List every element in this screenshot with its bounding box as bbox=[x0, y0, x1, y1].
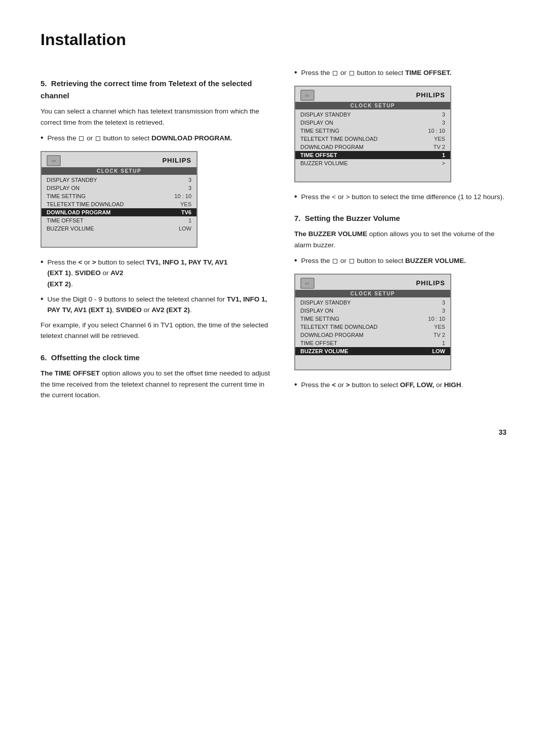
or-label-1: or bbox=[87, 134, 95, 142]
philips-screen-2: ▭ PHILIPS CLOCK SETUP DISPLAY STANDBY3DI… bbox=[294, 86, 451, 182]
or-label-r1: or bbox=[340, 69, 348, 77]
section-5-intro: You can select a channel which has telet… bbox=[41, 106, 274, 128]
buzzer-volume-label: BUZZER VOLUME. bbox=[405, 257, 466, 264]
high-label: HIGH bbox=[444, 381, 461, 389]
page-number: 33 bbox=[41, 428, 506, 436]
screen-2-header: ▭ PHILIPS bbox=[295, 87, 450, 102]
bullet-time-diff: • Press the < or > button to select the … bbox=[294, 192, 506, 203]
or-label-2: or bbox=[102, 269, 110, 277]
down-arrow-icon-r3 bbox=[349, 259, 354, 263]
or-label-3: or bbox=[143, 306, 151, 314]
bullet-buzzer-volume: • Press the or button to select BUZZER V… bbox=[294, 255, 506, 267]
section-5-heading: 5. Retrieving the correct time from Tele… bbox=[41, 78, 274, 102]
off-low-label: OFF, LOW, bbox=[400, 381, 435, 389]
philips-logo-3: PHILIPS bbox=[416, 279, 445, 287]
or-label-r4: or bbox=[436, 381, 444, 389]
screen-1-header: ▭ PHILIPS bbox=[42, 152, 197, 167]
screen-1-table: DISPLAY STANDBY3DISPLAY ON3TIME SETTING1… bbox=[42, 176, 197, 233]
time-offset-bold: The TIME OFFSET bbox=[41, 369, 100, 377]
section-6: 6. Offsetting the clock time The TIME OF… bbox=[41, 352, 274, 401]
bullet-dot-3: • bbox=[41, 295, 44, 303]
down-arrow-icon bbox=[96, 136, 100, 141]
tv-icon-3: ▭ bbox=[300, 278, 315, 289]
up-arrow-icon-r3 bbox=[333, 259, 337, 263]
buzzer-volume-bold: The BUZZER VOLUME bbox=[294, 230, 367, 238]
bullet-2-text: Press the < or > button to select TV1, I… bbox=[48, 257, 228, 290]
bullet-time-offset: • Press the or button to select TIME OFF… bbox=[294, 67, 506, 79]
bullet-dot-1: • bbox=[41, 134, 44, 142]
bullet-1-text: Press the or button to select DOWNLOAD P… bbox=[48, 133, 232, 144]
or-label-r3: or bbox=[340, 257, 348, 264]
section-6-heading: 6. Offsetting the clock time bbox=[41, 352, 274, 364]
bullet-dot-r2: • bbox=[294, 193, 297, 201]
screen-1-subtitle: CLOCK SETUP bbox=[42, 167, 197, 175]
philips-screen-3: ▭ PHILIPS CLOCK SETUP DISPLAY STANDBY3DI… bbox=[294, 274, 451, 370]
screen-3-subtitle: CLOCK SETUP bbox=[295, 290, 450, 297]
up-arrow-icon bbox=[79, 136, 84, 141]
bullet-r3-text: Press the or button to select BUZZER VOL… bbox=[301, 255, 466, 267]
download-program-label: DOWNLOAD PROGRAM. bbox=[151, 134, 232, 142]
bullet-r4-text: Press the < or > button to select OFF, L… bbox=[301, 380, 463, 391]
screen-3-table: DISPLAY STANDBY3DISPLAY ON3TIME SETTING1… bbox=[295, 298, 450, 355]
bullet-dot-r1: • bbox=[294, 68, 297, 77]
screen-2-table: DISPLAY STANDBY3DISPLAY ON3TIME SETTING1… bbox=[295, 110, 450, 167]
philips-logo-2: PHILIPS bbox=[416, 91, 445, 99]
bullet-off-low-high: • Press the < or > button to select OFF,… bbox=[294, 380, 506, 391]
philips-logo-1: PHILIPS bbox=[162, 157, 191, 164]
tv-icon-2: ▭ bbox=[300, 90, 315, 101]
philips-screen-1: ▭ PHILIPS CLOCK SETUP DISPLAY STANDBY3DI… bbox=[41, 151, 198, 248]
bullet-3-text: Use the Digit 0 - 9 buttons to select th… bbox=[48, 294, 274, 316]
screen-2-footer bbox=[295, 167, 450, 181]
page-title: Installation bbox=[41, 30, 506, 49]
down-arrow-icon-r bbox=[349, 71, 354, 75]
bullet-tv1: • Press the < or > button to select TV1,… bbox=[41, 257, 274, 290]
bullet-r2-text: Press the < or > button to select the ti… bbox=[301, 192, 504, 203]
up-arrow-icon-r bbox=[333, 71, 337, 75]
screen-1-footer bbox=[42, 233, 197, 247]
section-6-intro: The TIME OFFSET option allows you to set… bbox=[41, 368, 274, 401]
tv-icon-1: ▭ bbox=[47, 155, 61, 166]
section-5-example: For example, if you select Channel 6 in … bbox=[41, 320, 274, 342]
bullet-dot-2: • bbox=[41, 258, 44, 266]
bullet-r1-text: Press the or button to select TIME OFFSE… bbox=[301, 67, 452, 79]
section-7-heading: 7. Setting the Buzzer Volume bbox=[294, 212, 506, 224]
screen-2-subtitle: CLOCK SETUP bbox=[295, 102, 450, 109]
left-column: 5. Retrieving the correct time from Tele… bbox=[41, 67, 274, 408]
section-7: 7. Setting the Buzzer Volume The BUZZER … bbox=[294, 212, 506, 390]
screen-3-header: ▭ PHILIPS bbox=[295, 275, 450, 290]
section-7-intro: The BUZZER VOLUME option allows you to s… bbox=[294, 229, 506, 250]
right-column: • Press the or button to select TIME OFF… bbox=[294, 67, 506, 408]
bullet-dot-r3: • bbox=[294, 256, 297, 264]
bullet-dot-r4: • bbox=[294, 381, 297, 389]
screen-3-footer bbox=[295, 355, 450, 369]
bullet-digit: • Use the Digit 0 - 9 buttons to select … bbox=[41, 294, 274, 316]
bullet-download-program: • Press the or button to select DOWNLOAD… bbox=[41, 133, 274, 144]
time-offset-label: TIME OFFSET. bbox=[405, 69, 452, 77]
section-5: 5. Retrieving the correct time from Tele… bbox=[41, 78, 274, 342]
